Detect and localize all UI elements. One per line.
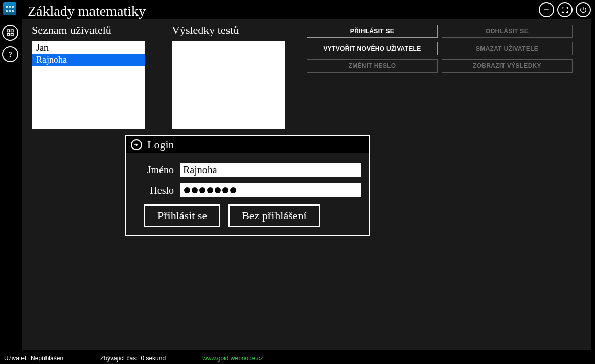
password-dot bbox=[215, 187, 221, 193]
name-field[interactable] bbox=[180, 163, 361, 177]
svg-rect-1 bbox=[7, 30, 10, 32]
pass-label: Heslo bbox=[134, 185, 180, 196]
fullscreen-button[interactable] bbox=[557, 2, 573, 17]
grid-icon bbox=[6, 28, 15, 37]
tests-heading: Výsledky testů bbox=[172, 24, 239, 37]
status-user-label: Uživatel: bbox=[4, 355, 28, 362]
help-icon bbox=[6, 50, 15, 59]
login-icon bbox=[131, 139, 142, 150]
power-button[interactable] bbox=[576, 2, 591, 17]
status-user-value: Nepřihlášen bbox=[31, 355, 63, 362]
svg-rect-3 bbox=[7, 34, 10, 36]
app-icon[interactable] bbox=[3, 2, 16, 15]
power-icon bbox=[579, 6, 587, 14]
minus-icon bbox=[542, 6, 551, 14]
user-item[interactable]: Rajnoha bbox=[32, 54, 145, 66]
dialog-login-button[interactable]: Přihlásit se bbox=[144, 204, 220, 227]
password-dot bbox=[230, 187, 236, 193]
action-buttons: PŘIHLÁSIT SEODHLÁSIT SEVYTVOŘIT NOVÉHO U… bbox=[307, 25, 573, 73]
home-button[interactable] bbox=[2, 25, 18, 41]
user-list[interactable]: JanRajnoha bbox=[32, 41, 145, 129]
text-caret bbox=[239, 185, 239, 195]
status-bar: Uživatel: Nepřihlášen Zbývající čas: 0 s… bbox=[0, 353, 595, 364]
page-title: Základy matematiky bbox=[28, 3, 146, 19]
svg-rect-4 bbox=[11, 34, 14, 36]
password-dot bbox=[199, 187, 205, 193]
dialog-titlebar: Login bbox=[126, 136, 369, 153]
show-results-button: ZOBRAZIT VÝSLEDKY bbox=[442, 59, 573, 73]
users-heading: Seznam uživatelů bbox=[32, 24, 111, 37]
create-user-button[interactable]: VYTVOŘIT NOVÉHO UŽIVATELE bbox=[307, 42, 438, 55]
change-pass-button: ZMĚNIT HESLO bbox=[307, 59, 438, 73]
delete-user-button: SMAZAT UŽIVATELE bbox=[442, 42, 573, 55]
expand-icon bbox=[561, 6, 569, 14]
password-dot bbox=[184, 187, 190, 193]
password-dot bbox=[222, 187, 228, 193]
status-time-label: Zbývající čas: bbox=[100, 355, 138, 362]
login-button[interactable]: PŘIHLÁSIT SE bbox=[307, 25, 438, 38]
main-panel: Seznam uživatelů Výsledky testů JanRajno… bbox=[22, 19, 591, 350]
logout-button: ODHLÁSIT SE bbox=[442, 25, 573, 38]
minimize-button[interactable] bbox=[539, 2, 554, 17]
pass-field[interactable] bbox=[180, 183, 361, 197]
help-button[interactable] bbox=[2, 46, 18, 62]
test-list[interactable] bbox=[172, 41, 285, 129]
dialog-skip-button[interactable]: Bez přihlášení bbox=[228, 204, 319, 227]
svg-rect-2 bbox=[11, 30, 14, 32]
status-link[interactable]: www.goid.webnode.cz bbox=[202, 355, 263, 362]
svg-point-5 bbox=[10, 56, 10, 57]
password-dot bbox=[207, 187, 213, 193]
name-label: Jméno bbox=[134, 164, 180, 176]
login-dialog: Login Jméno Heslo Přihlásit se Bez přihl… bbox=[125, 135, 370, 236]
user-item[interactable]: Jan bbox=[32, 41, 145, 54]
password-dot bbox=[192, 187, 198, 193]
dialog-title-text: Login bbox=[147, 138, 174, 151]
status-time-value: 0 sekund bbox=[141, 355, 166, 362]
